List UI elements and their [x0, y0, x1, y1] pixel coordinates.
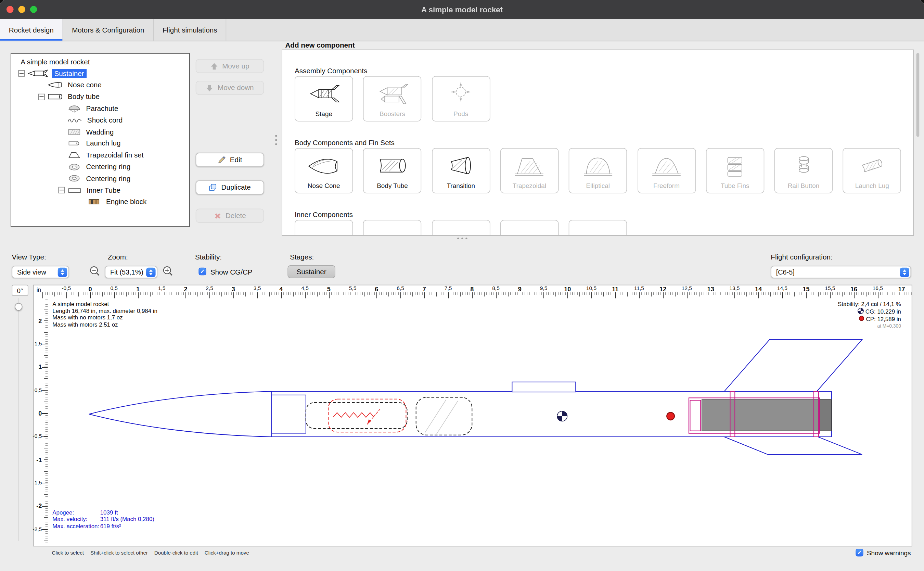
- zoom-in-button[interactable]: [162, 266, 174, 278]
- inner-tube-icon: [68, 187, 82, 194]
- edit-button[interactable]: Edit: [196, 153, 264, 167]
- rotation-slider-track[interactable]: [18, 298, 19, 541]
- tree-item-label: Inner Tube: [84, 186, 123, 195]
- move-down-label: Move down: [218, 84, 254, 92]
- rocket-side-view[interactable]: [34, 285, 912, 546]
- stepper-icon: [146, 267, 156, 277]
- mach-value: at M=0,300: [838, 323, 901, 330]
- expander-icon[interactable]: [58, 187, 65, 193]
- add-card-component[interactable]: [363, 220, 421, 236]
- motor[interactable]: [702, 400, 832, 431]
- edit-label: Edit: [230, 156, 242, 164]
- add-card-component[interactable]: [569, 220, 627, 236]
- centering-ring-rear[interactable]: [814, 391, 819, 437]
- cg-icon: [857, 307, 864, 315]
- flight-config-select[interactable]: [C6-5]: [771, 266, 911, 278]
- upper-fin[interactable]: [724, 340, 862, 392]
- add-card-component[interactable]: [500, 220, 559, 236]
- v-ruler-label: 0: [38, 410, 42, 417]
- v-ruler-label: -0,5: [33, 434, 42, 439]
- tab-rocket-design[interactable]: Rocket design: [0, 19, 63, 41]
- v-ruler-label: -2: [36, 502, 42, 509]
- rocket-stage-icon: [28, 70, 49, 77]
- h-ruler-label: 11: [612, 285, 618, 292]
- tree-item-sustainer[interactable]: Sustainer: [11, 68, 189, 79]
- flight-config-label: Flight configuration:: [771, 253, 832, 261]
- arrow-down-icon: [206, 84, 213, 91]
- h-ruler-label: 6: [375, 285, 378, 292]
- nose-cone-outline[interactable]: [89, 391, 272, 437]
- cg-value: CG: 10,229 in: [865, 308, 901, 315]
- expander-icon[interactable]: [18, 70, 25, 77]
- h-ruler-label: 15: [803, 285, 810, 292]
- tree-item-label: Centering ring: [84, 174, 133, 183]
- inner-tube-outline[interactable]: [689, 398, 819, 433]
- add-card-transition[interactable]: Transition: [431, 148, 490, 193]
- close-button[interactable]: [6, 6, 14, 13]
- add-card-component[interactable]: [431, 220, 490, 236]
- scrollbar-thumb[interactable]: [916, 53, 919, 137]
- stage-sustainer-button[interactable]: Sustainer: [288, 265, 335, 278]
- h-ruler-label: 3: [232, 285, 235, 292]
- trapezoidal-fin-card-icon: [500, 148, 558, 182]
- splitter-handle-icon[interactable]: [275, 135, 277, 145]
- launch-lug-outline[interactable]: [512, 382, 576, 392]
- tab-flight-simulations[interactable]: Flight simulations: [154, 19, 226, 41]
- tree-item-centering-ring[interactable]: Centering ring: [11, 173, 189, 184]
- tree-item-shock-cord[interactable]: Shock cord: [11, 114, 189, 126]
- minimize-button[interactable]: [18, 6, 25, 13]
- expander-icon[interactable]: [38, 93, 45, 100]
- tree-item-nose-cone[interactable]: Nose cone: [11, 79, 189, 91]
- duplicate-button[interactable]: Duplicate: [196, 181, 264, 194]
- tab-motors-configuration[interactable]: Motors & Configuration: [63, 19, 154, 41]
- show-cgcp-checkbox[interactable]: [199, 268, 206, 275]
- tree-item-parachute[interactable]: Parachute: [11, 103, 189, 114]
- rocket-figure: in -0,500,511,522,533,544,555,566,577,58…: [33, 285, 912, 547]
- move-up-label: Move up: [222, 62, 249, 70]
- add-card-body-tube[interactable]: Body Tube: [363, 148, 421, 193]
- move-down-button: Move down: [196, 81, 264, 95]
- zoom-select[interactable]: Fit (53,1%): [105, 266, 157, 278]
- move-up-button: Move up: [196, 59, 264, 73]
- hint-text: Shift+click to select other: [90, 550, 148, 556]
- rotation-slider-knob[interactable]: [15, 303, 22, 310]
- add-card-nose-cone[interactable]: Nose Cone: [295, 148, 353, 193]
- card-label: Body Tube: [377, 182, 408, 193]
- tree-item-launch-lug[interactable]: Launch lug: [11, 137, 189, 149]
- tab-bar: Rocket designMotors & ConfigurationFligh…: [0, 19, 924, 41]
- tree-item-body-tube[interactable]: Body tube: [11, 91, 189, 103]
- body-tube-outline[interactable]: [272, 391, 832, 437]
- tree-item-wadding[interactable]: Wadding: [11, 126, 189, 137]
- wadding-outline[interactable]: [416, 397, 472, 435]
- stages-label: Stages:: [290, 253, 314, 261]
- tree-item-engine-block[interactable]: Engine block: [11, 196, 189, 208]
- view-type-select[interactable]: Side view: [12, 266, 69, 278]
- h-ruler-label: 10: [564, 285, 571, 292]
- centering-ring-front[interactable]: [730, 391, 735, 437]
- zoom-out-button[interactable]: [88, 266, 101, 278]
- tree-item-inner-tube[interactable]: Inner Tube: [11, 185, 189, 196]
- h-ruler-label: 0: [88, 285, 92, 292]
- inner-component-card-icon: [570, 221, 627, 236]
- card-label: Trapezoidal: [513, 182, 546, 193]
- tree-item-label: Parachute: [84, 104, 121, 113]
- fullscreen-button[interactable]: [30, 6, 37, 13]
- shock-cord-outline[interactable]: [328, 399, 406, 432]
- delete-button: Delete: [196, 209, 264, 223]
- tree-item-label: Launch lug: [84, 139, 123, 148]
- add-card-elliptical: Elliptical: [569, 148, 627, 193]
- engine-block-outline[interactable]: [690, 400, 701, 431]
- tree-item-centering-ring[interactable]: Centering ring: [11, 161, 189, 173]
- parachute-outline[interactable]: [306, 403, 407, 429]
- component-tree[interactable]: A simple model rocketSustainerNose coneB…: [11, 53, 189, 227]
- add-card-stage[interactable]: Stage: [295, 76, 353, 122]
- show-warnings-checkbox[interactable]: [856, 549, 863, 556]
- tree-item-trapezoidal-fin-set[interactable]: Trapezoidal fin set: [11, 149, 189, 161]
- add-card-component[interactable]: [295, 220, 353, 236]
- lower-fin[interactable]: [724, 437, 862, 455]
- add-card-launch-lug: Launch Lug: [843, 148, 901, 193]
- card-label: Stage: [315, 110, 332, 121]
- add-component-panel: Assembly ComponentsStageBoostersPodsBody…: [282, 49, 914, 236]
- tree-item-a-simple-model-rocket[interactable]: A simple model rocket: [11, 56, 189, 68]
- panel-resize-handle-icon[interactable]: [457, 238, 467, 239]
